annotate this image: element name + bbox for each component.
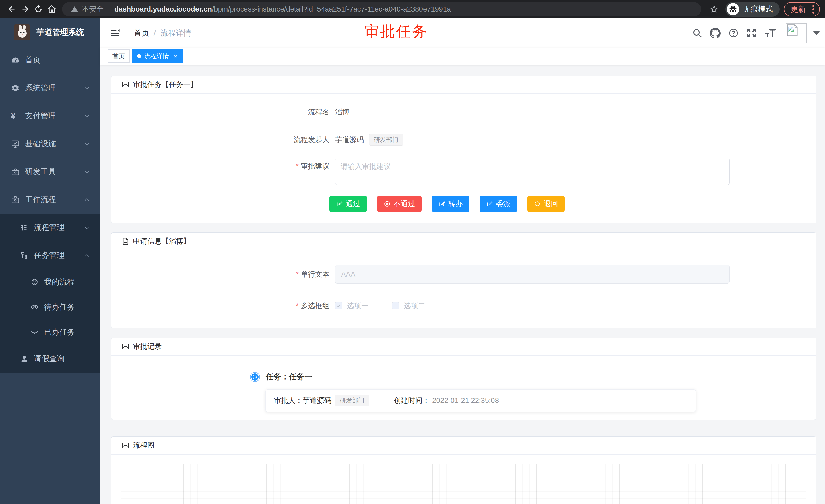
bookmark-star-button[interactable] — [707, 3, 721, 16]
approve-button[interactable]: 通过 — [329, 196, 367, 212]
process-name-value: 滔博 — [335, 107, 350, 117]
required-mark: * — [296, 162, 299, 170]
return-button[interactable]: 退回 — [527, 196, 565, 212]
initiator-label: 流程发起人 — [111, 135, 329, 145]
sidebar-item-workflow[interactable]: 工作流程 — [0, 186, 100, 214]
list-tree-icon — [20, 223, 29, 232]
approval-record-card-body: 任务：任务一 审批人： 芋道源码 研发部门 创建时间： 2022-01-21 2… — [111, 356, 816, 412]
org-tree-icon — [20, 251, 29, 260]
flow-diagram-card-body — [111, 464, 816, 504]
chevron-down-icon — [83, 169, 90, 175]
browser-menu-icon[interactable] — [811, 4, 815, 15]
sidebar-collapse-button[interactable] — [107, 26, 123, 40]
github-link[interactable] — [706, 28, 725, 38]
card-title: 申请信息【滔博】 — [133, 236, 191, 246]
advice-label: *审批建议 — [111, 161, 329, 171]
search-button[interactable] — [688, 28, 706, 38]
transfer-button[interactable]: 转办 — [432, 196, 469, 212]
approval-record-card-header: 审批记录 — [111, 338, 816, 356]
sidebar-item-my-process[interactable]: 我的流程 — [0, 269, 100, 295]
hamburger-icon — [110, 28, 121, 38]
chevron-up-icon — [83, 196, 90, 203]
sidebar-item-system[interactable]: 系统管理 — [0, 74, 100, 102]
required-mark: * — [296, 270, 299, 278]
checkbox-label: 选项二 — [404, 301, 425, 311]
edit-icon — [439, 200, 445, 207]
address-bar[interactable]: 不安全 dashboard.yudao.iocoder.cn/bpm/proce… — [62, 2, 701, 16]
timeline-node: 任务：任务一 — [250, 371, 816, 382]
checkbox-group-row: *多选框组 选项一 选项二 — [111, 301, 816, 310]
assignee-label: 审批人： — [274, 396, 303, 405]
search-icon — [692, 28, 702, 38]
sidebar-item-leave-query[interactable]: 请假查询 — [0, 345, 100, 372]
chevron-up-icon — [83, 252, 90, 259]
url-path: /bpm/process-instance/detail?id=54aa251f… — [212, 5, 451, 13]
process-name-label: 流程名 — [111, 107, 329, 117]
dept-tag: 研发部门 — [369, 134, 403, 146]
sidebar-item-task-mgmt[interactable]: 任务管理 — [0, 242, 100, 269]
fullscreen-button[interactable] — [743, 28, 760, 38]
browser-back-button[interactable] — [5, 3, 18, 16]
advice-textarea[interactable] — [335, 158, 730, 185]
sidebar-item-label: 请假查询 — [34, 353, 65, 364]
bpmn-grid-canvas[interactable] — [121, 464, 806, 504]
font-size-button[interactable] — [760, 28, 780, 38]
card-title: 审批记录 — [133, 342, 162, 351]
application-info-card: 申请信息【滔博】 *单行文本 *多选框组 选项一 — [111, 232, 816, 328]
sidebar-item-todo-tasks[interactable]: 待办任务 — [0, 295, 100, 320]
browser-forward-button[interactable] — [18, 3, 32, 16]
sidebar-item-devtools[interactable]: 研发工具 — [0, 158, 100, 186]
user-avatar[interactable] — [785, 23, 807, 43]
initiator-name: 芋道源码 — [335, 135, 364, 145]
sidebar-item-label: 系统管理 — [25, 83, 56, 93]
sidebar-item-payment[interactable]: ¥ 支付管理 — [0, 102, 100, 130]
help-button[interactable] — [725, 28, 743, 38]
tab-close-icon[interactable] — [172, 53, 178, 59]
tags-view-bar: 首页 流程详情 — [100, 48, 825, 65]
tab-process-detail[interactable]: 流程详情 — [132, 50, 183, 63]
browser-update-button[interactable]: 更新 — [784, 2, 820, 16]
browser-reload-button[interactable] — [32, 3, 45, 16]
close-circle-icon — [384, 200, 390, 207]
reload-icon — [34, 5, 43, 14]
breadcrumb-separator: / — [154, 29, 156, 37]
browser-toolbar: 不安全 dashboard.yudao.iocoder.cn/bpm/proce… — [0, 0, 825, 18]
incognito-icon — [727, 3, 739, 15]
checkbox-group: 选项一 选项二 — [335, 301, 425, 311]
chevron-down-icon — [83, 85, 90, 91]
avatar-dropdown-caret-icon[interactable] — [813, 31, 820, 35]
yen-icon: ¥ — [11, 111, 20, 121]
omnibox-divider — [108, 5, 109, 13]
single-text-label: *单行文本 — [111, 269, 329, 279]
breadcrumb-home[interactable]: 首页 — [134, 28, 149, 38]
delegate-button[interactable]: 委派 — [479, 196, 517, 212]
single-text-input[interactable] — [335, 265, 730, 284]
browser-home-button[interactable] — [45, 3, 58, 16]
created-time-value: 2022-01-21 22:35:08 — [432, 397, 499, 405]
page-header: 首页 / 流程详情 审批任务 — [100, 18, 825, 48]
checkbox-group-label: *多选框组 — [111, 301, 329, 311]
sidebar-item-infrastructure[interactable]: 基础设施 — [0, 130, 100, 158]
checkbox-option-2[interactable]: 选项二 — [392, 301, 425, 311]
eye-open-icon — [30, 303, 39, 312]
page-content: 审批任务【任务一】 流程名 滔博 流程发起人 芋道源码 研发部门 — [100, 65, 825, 504]
tab-label: 流程详情 — [144, 52, 169, 60]
sidebar-item-label: 我的流程 — [44, 277, 75, 287]
gear-icon — [11, 83, 20, 93]
picture-icon — [122, 81, 129, 88]
sidebar-item-home[interactable]: 首页 — [0, 46, 100, 74]
sidebar-item-process-mgmt[interactable]: 流程管理 — [0, 214, 100, 242]
single-text-row: *单行文本 — [111, 265, 816, 284]
required-mark: * — [296, 302, 299, 310]
checkbox-option-1[interactable]: 选项一 — [335, 301, 368, 311]
sidebar-item-label: 支付管理 — [25, 111, 56, 121]
reject-button[interactable]: 不通过 — [377, 196, 422, 212]
help-icon — [729, 28, 739, 38]
dashboard-icon — [11, 56, 20, 65]
sidebar-item-done-tasks[interactable]: 已办任务 — [0, 320, 100, 345]
record-panel: 审批人： 芋道源码 研发部门 创建时间： 2022-01-21 22:35:08 — [266, 389, 696, 412]
tab-home[interactable]: 首页 — [107, 50, 130, 63]
edit-icon — [336, 200, 343, 207]
flow-diagram-card: 流程图 — [111, 436, 816, 504]
card-title: 流程图 — [133, 440, 154, 450]
